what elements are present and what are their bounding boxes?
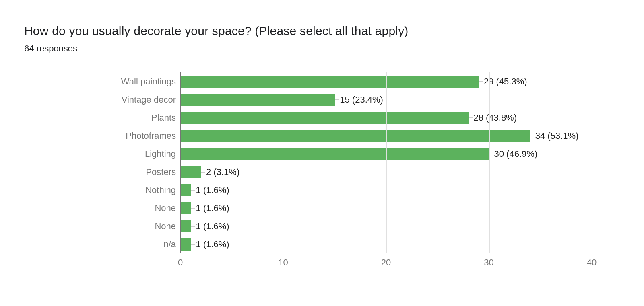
x-tick-label: 40	[587, 257, 597, 268]
category-label: Lighting	[145, 149, 181, 159]
value-label: 29 (45.3%)	[484, 76, 527, 87]
value-label: 1 (1.6%)	[196, 221, 229, 232]
value-label: 2 (3.1%)	[206, 167, 239, 177]
plot-area: Wall paintings29 (45.3%)Vintage decor15 …	[180, 72, 592, 253]
category-label: Posters	[146, 167, 181, 177]
bar	[181, 184, 191, 196]
response-count: 64 responses	[24, 43, 616, 54]
value-label: 30 (46.9%)	[494, 149, 538, 159]
value-connector	[191, 208, 195, 208]
x-tick-label: 0	[178, 257, 183, 268]
category-label: Nothing	[145, 185, 181, 195]
category-label: None	[155, 221, 181, 232]
category-label: Photoframes	[126, 131, 181, 141]
bar	[181, 238, 191, 251]
category-label: None	[155, 203, 181, 214]
x-axis-ticks: 010203040	[180, 253, 592, 273]
bar	[181, 76, 479, 88]
category-label: Vintage decor	[122, 94, 181, 105]
value-connector	[191, 226, 195, 226]
category-label: Plants	[151, 113, 181, 123]
chart-title: How do you usually decorate your space? …	[24, 24, 616, 38]
bar	[181, 202, 191, 214]
grid-line	[489, 72, 490, 253]
grid-line	[284, 72, 284, 253]
value-connector	[530, 136, 535, 136]
value-connector	[469, 117, 473, 118]
value-label: 28 (43.8%)	[473, 113, 517, 123]
grid-line	[386, 72, 387, 253]
bar-chart: Wall paintings29 (45.3%)Vintage decor15 …	[157, 72, 592, 273]
value-label: 1 (1.6%)	[196, 185, 229, 195]
value-label: 1 (1.6%)	[196, 239, 229, 250]
category-label: n/a	[163, 239, 181, 250]
bar	[181, 94, 335, 106]
value-label: 1 (1.6%)	[196, 203, 229, 214]
value-connector	[191, 244, 195, 244]
category-label: Wall paintings	[121, 76, 181, 87]
value-connector	[191, 190, 195, 190]
x-tick-label: 30	[484, 257, 493, 268]
value-connector	[489, 154, 493, 154]
x-tick-label: 10	[278, 257, 288, 268]
bar	[181, 148, 489, 160]
value-label: 15 (23.4%)	[340, 94, 383, 105]
x-tick-label: 20	[381, 257, 391, 268]
value-connector	[335, 99, 339, 100]
value-connector	[479, 81, 483, 82]
bar	[181, 166, 201, 178]
value-label: 34 (53.1%)	[535, 131, 579, 141]
bar	[181, 112, 469, 124]
value-connector	[201, 172, 205, 172]
grid-line	[592, 72, 592, 253]
bar	[181, 220, 191, 232]
bar	[181, 130, 530, 142]
